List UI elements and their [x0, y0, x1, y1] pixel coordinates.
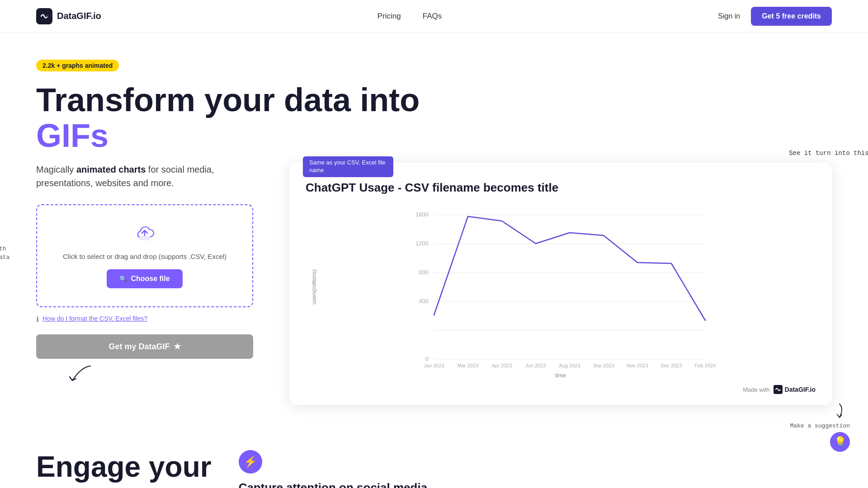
suggestion-label: Make a suggestion	[790, 422, 850, 429]
svg-text:Feb 2024: Feb 2024	[695, 363, 716, 368]
format-link-text[interactable]: How do I format the CSV, Excel files?	[42, 314, 147, 324]
star-icon: ★	[174, 342, 181, 352]
try-it-arrow-icon	[0, 262, 0, 289]
make-suggestion: Make a suggestion 💡	[790, 402, 850, 452]
cta-button[interactable]: Get 5 free credits	[751, 7, 832, 26]
svg-text:Jun 2023: Jun 2023	[525, 363, 546, 368]
svg-text:Aug 2023: Aug 2023	[559, 363, 580, 368]
badge: 2.2k + graphs animated	[36, 60, 119, 71]
bottom-section: Engage your ⚡ Capture attention on socia…	[0, 423, 868, 488]
try-it-text: Try it withyour own data	[0, 245, 9, 261]
chart-y-label: users(millions)	[311, 270, 317, 305]
csv-tooltip: Same as your CSV, Excel file name	[303, 156, 393, 177]
chart-preview: Same as your CSV, Excel file name ChatGP…	[289, 163, 832, 405]
hero-headline: Transform your data into GIFs	[36, 82, 443, 154]
svg-text:Nov 2023: Nov 2023	[627, 363, 648, 368]
choose-file-label: Choose file	[131, 275, 170, 283]
feature-icon: ⚡	[239, 450, 262, 474]
nav-links: Pricing FAQs	[377, 12, 442, 21]
svg-text:Dec 2023: Dec 2023	[660, 363, 682, 368]
chart-title: ChatGPT Usage - CSV filename becomes tit…	[306, 181, 816, 195]
svg-text:0: 0	[425, 356, 429, 362]
subtext-part1: Magically	[36, 164, 76, 174]
upload-area[interactable]: Click to select or drag and drop (suppor…	[36, 204, 253, 307]
subtext-bold: animated charts	[76, 164, 146, 174]
svg-text:Jan 2023: Jan 2023	[424, 363, 444, 368]
feature-block: ⚡ Capture attention on social media Turn…	[239, 450, 465, 488]
lightning-icon: ⚡	[244, 455, 257, 468]
made-with-text: Made with	[743, 386, 769, 393]
svg-text:800: 800	[419, 269, 429, 276]
try-it-label: Try it withyour own data	[0, 245, 9, 288]
made-with-logo: DataGIF.io	[774, 385, 816, 394]
svg-text:Apr 2023: Apr 2023	[492, 363, 512, 368]
get-gif-button[interactable]: Get my DataGIF ★	[36, 334, 253, 359]
get-gif-arrow-icon	[63, 362, 99, 385]
logo-icon	[36, 8, 52, 24]
svg-text:Mar 2023: Mar 2023	[458, 363, 478, 368]
logo[interactable]: DataGIF.io	[36, 8, 101, 24]
svg-point-0	[47, 15, 48, 17]
hero-section: 2.2k + graphs animated Transform your da…	[0, 33, 868, 423]
navbar: DataGIF.io Pricing FAQs Sign in Get 5 fr…	[0, 0, 868, 33]
svg-text:1200: 1200	[415, 240, 429, 247]
chart-x-label: time	[306, 372, 816, 379]
hero-subtext: Magically animated charts for social med…	[36, 163, 217, 190]
nav-faqs[interactable]: FAQs	[423, 12, 442, 21]
brand-icon	[774, 385, 783, 394]
navbar-actions: Sign in Get 5 free credits	[718, 7, 832, 26]
chart-container: users(millions) 1600 1200 800	[306, 206, 816, 368]
see-it-text: See it turn into this!	[789, 150, 868, 157]
made-with: Made with DataGIF.io	[306, 385, 816, 394]
made-with-brand: DataGIF.io	[785, 386, 816, 393]
choose-file-button[interactable]: 🔍 Choose file	[107, 269, 182, 288]
headline-part1: Transform your data into	[36, 82, 420, 118]
search-icon: 🔍	[119, 275, 127, 282]
signin-button[interactable]: Sign in	[718, 12, 740, 20]
feature-title: Capture attention on social media	[239, 481, 465, 488]
right-column: See it turn into this! Same as your CSV,…	[289, 163, 832, 405]
hero-body: Magically animated charts for social med…	[36, 163, 832, 405]
svg-text:Sep 2023: Sep 2023	[593, 363, 614, 368]
format-link: ℹ How do I format the CSV, Excel files?	[36, 314, 253, 324]
svg-rect-1	[140, 236, 150, 240]
suggestion-button[interactable]: 💡	[830, 432, 850, 452]
svg-text:400: 400	[419, 298, 429, 305]
engage-headline: Engage your	[36, 450, 212, 483]
chart-svg: 1600 1200 800 400 0 Jan 2023 Mar 2023	[306, 206, 816, 368]
nav-pricing[interactable]: Pricing	[377, 12, 401, 21]
upload-wrapper: Try it withyour own data	[36, 204, 253, 385]
upload-text: Click to select or drag and drop (suppor…	[51, 252, 239, 261]
get-gif-label: Get my DataGIF	[108, 342, 170, 352]
engage-text-block: Engage your	[36, 450, 212, 483]
upload-cloud-icon	[51, 223, 239, 245]
logo-text: DataGIF.io	[57, 11, 101, 21]
info-icon: ℹ	[36, 315, 39, 324]
headline-gifs: GIFs	[36, 117, 108, 154]
left-column: Magically animated charts for social med…	[36, 163, 253, 385]
svg-text:1600: 1600	[415, 211, 429, 218]
suggestion-arrow-icon	[833, 402, 846, 420]
